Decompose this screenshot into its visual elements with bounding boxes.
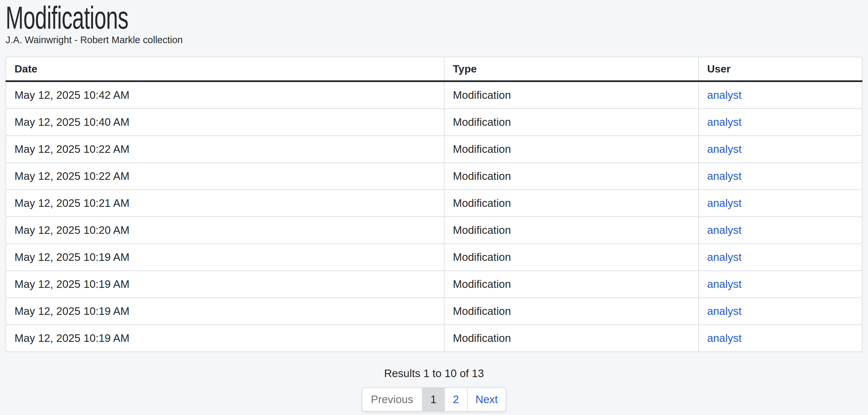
type-cell: Modification: [444, 190, 699, 217]
date-cell: May 12, 2025 10:20 AM: [6, 217, 444, 244]
date-cell: May 12, 2025 10:19 AM: [6, 244, 444, 271]
table-row: May 12, 2025 10:40 AMModificationanalyst: [6, 109, 862, 136]
page-button-1[interactable]: 1: [422, 388, 444, 411]
type-cell: Modification: [444, 244, 699, 271]
user-link[interactable]: analyst: [707, 278, 742, 290]
type-cell: Modification: [444, 325, 699, 352]
modifications-table: Date Type User May 12, 2025 10:42 AMModi…: [6, 57, 862, 352]
type-cell: Modification: [444, 298, 699, 325]
user-cell: analyst: [699, 109, 862, 136]
table-row: May 12, 2025 10:22 AMModificationanalyst: [6, 163, 862, 190]
date-cell: May 12, 2025 10:42 AM: [6, 81, 444, 109]
type-cell: Modification: [444, 136, 699, 163]
date-cell: May 12, 2025 10:22 AM: [6, 136, 444, 163]
user-link[interactable]: analyst: [707, 197, 742, 209]
date-cell: May 12, 2025 10:21 AM: [6, 190, 444, 217]
user-link[interactable]: analyst: [707, 89, 742, 101]
user-link[interactable]: analyst: [707, 170, 742, 182]
page-button-2[interactable]: 2: [444, 388, 467, 411]
user-link[interactable]: analyst: [707, 305, 742, 317]
column-header-user: User: [699, 57, 862, 81]
table-row: May 12, 2025 10:22 AMModificationanalyst: [6, 136, 862, 163]
column-header-date: Date: [6, 57, 444, 81]
user-cell: analyst: [699, 81, 862, 109]
date-cell: May 12, 2025 10:19 AM: [6, 298, 444, 325]
table-row: May 12, 2025 10:19 AMModificationanalyst: [6, 325, 862, 352]
table-row: May 12, 2025 10:19 AMModificationanalyst: [6, 298, 862, 325]
date-cell: May 12, 2025 10:22 AM: [6, 163, 444, 190]
page-title: Modifications: [6, 2, 588, 34]
user-cell: analyst: [699, 217, 862, 244]
user-cell: analyst: [699, 190, 862, 217]
type-cell: Modification: [444, 163, 699, 190]
table-row: May 12, 2025 10:20 AMModificationanalyst: [6, 217, 862, 244]
type-cell: Modification: [444, 271, 699, 298]
table-row: May 12, 2025 10:19 AMModificationanalyst: [6, 244, 862, 271]
user-cell: analyst: [699, 244, 862, 271]
type-cell: Modification: [444, 109, 699, 136]
user-cell: analyst: [699, 298, 862, 325]
user-link[interactable]: analyst: [707, 224, 742, 236]
type-cell: Modification: [444, 81, 699, 109]
table-row: May 12, 2025 10:42 AMModificationanalyst: [6, 81, 862, 109]
previous-button[interactable]: Previous: [363, 388, 422, 411]
table-row: May 12, 2025 10:21 AMModificationanalyst: [6, 190, 862, 217]
next-button[interactable]: Next: [467, 388, 506, 411]
pagination: Previous 12 Next: [362, 387, 506, 412]
column-header-type: Type: [444, 57, 699, 81]
user-link[interactable]: analyst: [707, 332, 742, 344]
user-cell: analyst: [699, 163, 862, 190]
date-cell: May 12, 2025 10:19 AM: [6, 271, 444, 298]
user-link[interactable]: analyst: [707, 143, 742, 155]
date-cell: May 12, 2025 10:40 AM: [6, 109, 444, 136]
date-cell: May 12, 2025 10:19 AM: [6, 325, 444, 352]
user-link[interactable]: analyst: [707, 251, 742, 263]
modifications-page: Modifications J.A. Wainwright - Robert M…: [0, 2, 868, 412]
results-count: Results 1 to 10 of 13: [6, 367, 862, 380]
pagination-area: Previous 12 Next: [6, 387, 862, 412]
header-row: Date Type User: [6, 57, 862, 81]
user-link[interactable]: analyst: [707, 116, 742, 128]
user-cell: analyst: [699, 271, 862, 298]
user-cell: analyst: [699, 136, 862, 163]
page-subtitle: J.A. Wainwright - Robert Markle collecti…: [6, 34, 862, 46]
table-row: May 12, 2025 10:19 AMModificationanalyst: [6, 271, 862, 298]
user-cell: analyst: [699, 325, 862, 352]
type-cell: Modification: [444, 217, 699, 244]
